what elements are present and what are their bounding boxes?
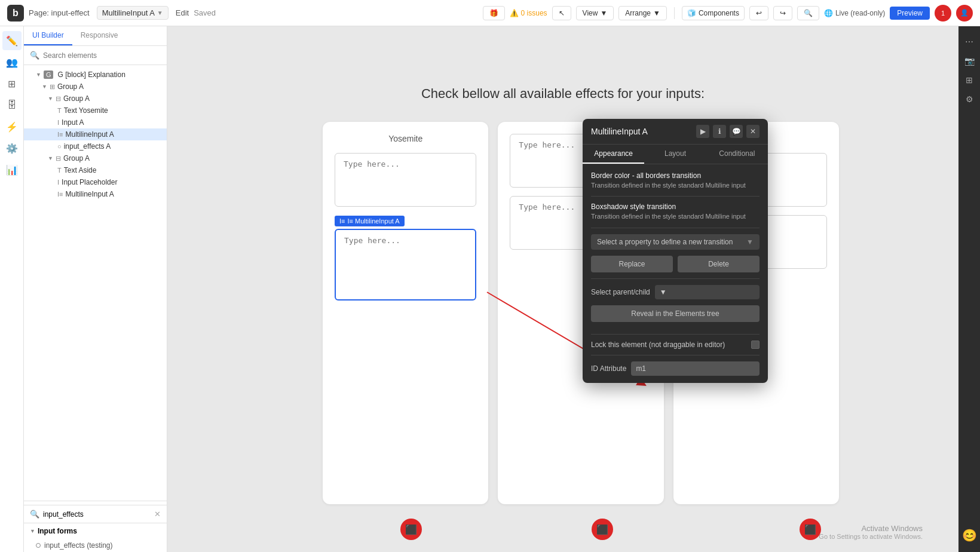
arrange-button[interactable]: Arrange ▼ [618, 6, 667, 20]
arrange-caret: ▼ [653, 9, 660, 17]
tab-responsive[interactable]: Responsive [72, 26, 127, 45]
components-icon: 🧊 [687, 9, 696, 17]
delete-button[interactable]: Delete [678, 256, 760, 272]
lock-checkbox[interactable] [751, 341, 760, 349]
tree-label: Group A [57, 82, 84, 91]
modal-play-btn[interactable]: ▶ [696, 125, 709, 138]
tree-item-group-a-3[interactable]: ▼ ⊟ Group A [24, 152, 167, 164]
edit-label: Edit [176, 8, 189, 17]
tree-label: Group A [63, 154, 90, 162]
tab-conditional[interactable]: Conditional [706, 145, 768, 164]
settings-icon[interactable]: ⚙️ [2, 139, 22, 158]
panel-section-item-input-effects[interactable]: input_effects (testing) [24, 539, 167, 552]
textarea-yosemite-selected[interactable] [335, 229, 476, 300]
modal-info-btn[interactable]: ℹ [713, 125, 726, 138]
redo-button[interactable]: ↪ [773, 6, 792, 20]
chart-icon[interactable]: 📊 [2, 160, 22, 179]
tree-label: Text Aside [64, 166, 97, 174]
emoji-button[interactable]: 😊 [962, 529, 977, 542]
input-icon: I [57, 119, 59, 126]
group-icon: ⊞ [50, 83, 55, 91]
modal-header-icons: ▶ ℹ 💬 ✕ [696, 125, 760, 138]
tree-label: Input A [62, 118, 84, 127]
cursor-button[interactable]: ↖ [552, 6, 571, 20]
tree-item-input-a[interactable]: I Input A [24, 116, 167, 128]
new-transition-select[interactable]: Select a property to define a new transi… [591, 234, 760, 250]
plugins-icon[interactable]: ⚡ [2, 117, 22, 136]
user-avatar[interactable]: 👤 [956, 5, 973, 22]
issues-button[interactable]: ⚠️ 0 issues [510, 9, 547, 17]
section-desc-boxshadow: Transition defined in the style standard… [591, 212, 760, 221]
preview-button[interactable]: Preview [890, 7, 930, 20]
tree-label: Input Placeholder [62, 178, 117, 186]
right-edge-btn-1[interactable]: ⋯ [961, 33, 978, 50]
select-caret-2: ▼ [660, 288, 667, 296]
modal-close-btn[interactable]: ✕ [746, 125, 760, 138]
circle-icon: ○ [57, 143, 62, 150]
block-icon: G [44, 70, 54, 79]
red-button-right[interactable]: ⬛ [800, 519, 821, 540]
modal-title: MultilineInput A [591, 127, 648, 136]
tab-layout[interactable]: Layout [644, 145, 706, 164]
tree-item-g-block[interactable]: ▼ G G [block] Explanation [24, 69, 167, 81]
tree-item-group-a-1[interactable]: ▼ ⊞ Group A [24, 81, 167, 93]
saved-label: Saved [194, 8, 216, 17]
undo-button[interactable]: ↩ [749, 6, 768, 20]
tree-item-input-effects-a[interactable]: ○ input_effects A [24, 140, 167, 152]
replace-button[interactable]: Replace [591, 256, 673, 272]
textarea-yosemite[interactable] [335, 153, 476, 207]
red-button-middle[interactable]: ⬛ [592, 519, 613, 540]
clear-icon[interactable]: ✕ [154, 510, 161, 519]
element-dropdown[interactable]: MultilineInput A ▼ [97, 6, 169, 20]
gift-button[interactable]: 🎁 [483, 6, 505, 20]
section-caret: ▼ [30, 528, 35, 534]
dot-icon [36, 543, 41, 548]
notification-button[interactable]: 1 [935, 5, 951, 22]
users-icon[interactable]: 👥 [2, 53, 22, 72]
search-button[interactable]: 🔍 [797, 6, 819, 20]
card-yosemite: Yosemite I≡ I≡ MultilineInput A [323, 122, 488, 504]
right-edge-btn-camera[interactable]: 📷 [961, 53, 978, 69]
page-label: Page: input-effect [29, 8, 90, 17]
tree-divider [24, 501, 167, 501]
tab-ui-builder[interactable]: UI Builder [24, 26, 72, 45]
tree-item-multiline-a[interactable]: I≡ MultilineInput A [24, 128, 167, 140]
tab-appearance[interactable]: Appearance [583, 145, 644, 164]
selected-label-text: I≡ MultilineInput A [347, 217, 399, 225]
group-icon: ⊟ [56, 155, 61, 162]
right-edge-btn-gear[interactable]: ⚙ [961, 91, 978, 108]
reveal-button[interactable]: Reveal in the Elements tree [591, 305, 760, 322]
caret-icon: ▼ [48, 155, 53, 161]
modal-multiline-input[interactable]: MultilineInput A ▶ ℹ 💬 ✕ Appearance Layo… [583, 119, 768, 383]
modal-chat-btn[interactable]: 💬 [730, 125, 743, 138]
tree-item-text-aside[interactable]: T Text Aside [24, 164, 167, 176]
notif-count: 1 [941, 10, 945, 17]
dropdown-caret: ▼ [157, 10, 163, 16]
tree-item-group-a-2[interactable]: ▼ ⊟ Group A [24, 93, 167, 105]
layers-icon[interactable]: ⊞ [2, 74, 22, 93]
view-label: View [583, 9, 598, 17]
ui-builder-icon[interactable]: ✏️ [2, 31, 22, 50]
parent-child-row: Select parent/child ▼ [591, 285, 760, 299]
id-label: ID Attribute [591, 364, 626, 373]
issues-count: 0 issues [521, 9, 547, 17]
red-button-left[interactable]: ⬛ [400, 519, 422, 540]
search-input[interactable] [43, 51, 161, 60]
multiline-icon: I≡ [57, 191, 63, 198]
database-icon[interactable]: 🗄 [2, 96, 22, 115]
components-button[interactable]: 🧊 Components [682, 6, 745, 20]
left-panel: UI Builder Responsive 🔍 ▼ G G [block] Ex… [24, 26, 167, 552]
emoji-container: 😊 [962, 528, 977, 542]
right-edge-btn-layers[interactable]: ⊞ [961, 72, 978, 88]
panel-bottom: 🔍 ✕ ▼ Input forms input_effects (testing… [24, 505, 167, 552]
view-button[interactable]: View ▼ [576, 6, 614, 20]
tree-item-text-yosemite[interactable]: T Text Yosemite [24, 105, 167, 116]
panel-section-input-forms[interactable]: ▼ Input forms [24, 523, 167, 539]
tree-item-input-placeholder[interactable]: I Input Placeholder [24, 176, 167, 188]
bottom-search-input[interactable] [43, 510, 151, 519]
tree-item-multiline-a-2[interactable]: I≡ MultilineInput A [24, 188, 167, 200]
elements-tree: ▼ G G [block] Explanation ▼ ⊞ Group A ▼ … [24, 65, 167, 497]
parent-child-select[interactable]: ▼ [655, 285, 760, 299]
live-badge: 🌐 Live (read-only) [824, 9, 885, 17]
id-input[interactable] [631, 361, 760, 376]
